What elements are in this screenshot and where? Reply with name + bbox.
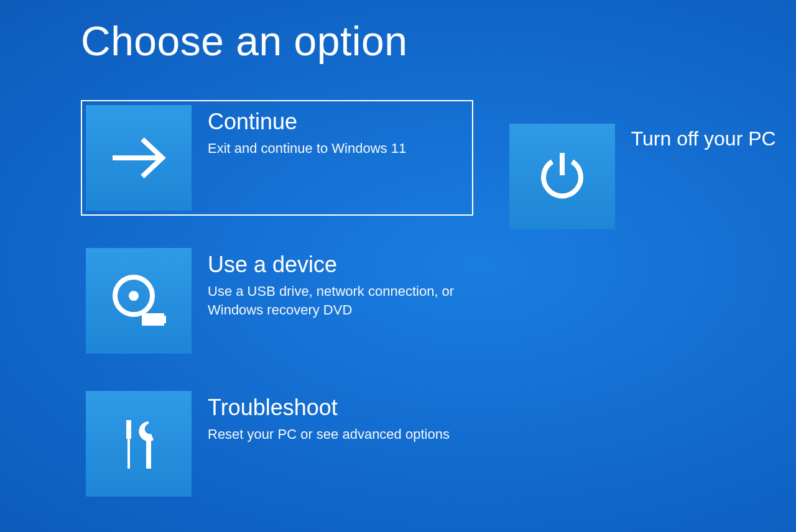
continue-title: Continue xyxy=(208,109,406,134)
turn-off-option[interactable]: Turn off your PC xyxy=(504,119,796,234)
continue-description: Exit and continue to Windows 11 xyxy=(208,139,406,158)
troubleshoot-option[interactable]: Troubleshoot Reset your PC or see advanc… xyxy=(81,386,473,502)
troubleshoot-title: Troubleshoot xyxy=(208,395,450,420)
continue-labels: Continue Exit and continue to Windows 11 xyxy=(208,105,406,158)
turn-off-labels: Turn off your PC xyxy=(631,124,776,155)
recovery-screen: Choose an option Continue Exit and conti… xyxy=(0,0,796,532)
power-icon xyxy=(509,124,615,229)
use-device-option[interactable]: Use a device Use a USB drive, network co… xyxy=(81,243,473,359)
arrow-right-icon xyxy=(86,105,192,211)
options-column-left: Continue Exit and continue to Windows 11… xyxy=(81,100,473,502)
svg-rect-7 xyxy=(146,439,151,469)
use-device-description: Use a USB drive, network connection, or … xyxy=(208,282,468,319)
svg-rect-6 xyxy=(127,439,130,469)
tools-icon xyxy=(86,391,192,497)
svg-rect-3 xyxy=(142,313,164,326)
use-device-title: Use a device xyxy=(208,252,468,277)
svg-rect-5 xyxy=(126,420,131,439)
troubleshoot-description: Reset your PC or see advanced options xyxy=(208,425,450,444)
continue-option[interactable]: Continue Exit and continue to Windows 11 xyxy=(81,100,473,216)
options-grid: Continue Exit and continue to Windows 11… xyxy=(81,100,796,502)
options-column-right: Turn off your PC xyxy=(504,100,796,502)
turn-off-title: Turn off your PC xyxy=(631,127,776,150)
page-title: Choose an option xyxy=(81,19,796,64)
svg-point-2 xyxy=(129,291,139,301)
use-device-labels: Use a device Use a USB drive, network co… xyxy=(208,248,468,319)
disc-usb-icon xyxy=(86,248,192,354)
svg-rect-4 xyxy=(161,316,166,323)
troubleshoot-labels: Troubleshoot Reset your PC or see advanc… xyxy=(208,391,450,444)
